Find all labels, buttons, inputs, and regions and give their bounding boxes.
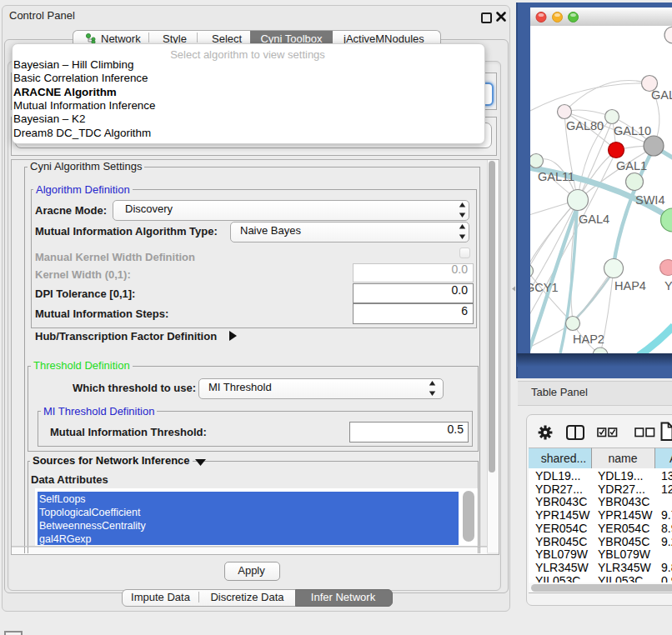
svg-text:HAP4: HAP4: [614, 279, 646, 292]
svg-text:SWI4: SWI4: [635, 193, 664, 207]
svg-text:Y: Y: [664, 279, 672, 292]
svg-text:GCY1: GCY1: [530, 281, 559, 294]
svg-text:GAL4: GAL4: [579, 212, 609, 226]
svg-text:GAL7: GAL7: [651, 88, 672, 102]
svg-text:GAL80: GAL80: [566, 119, 604, 132]
svg-text:HAP2: HAP2: [573, 332, 604, 346]
svg-text:GAL10: GAL10: [614, 124, 651, 138]
svg-text:GAL1: GAL1: [616, 159, 647, 172]
svg-text:GAL11: GAL11: [538, 170, 574, 183]
